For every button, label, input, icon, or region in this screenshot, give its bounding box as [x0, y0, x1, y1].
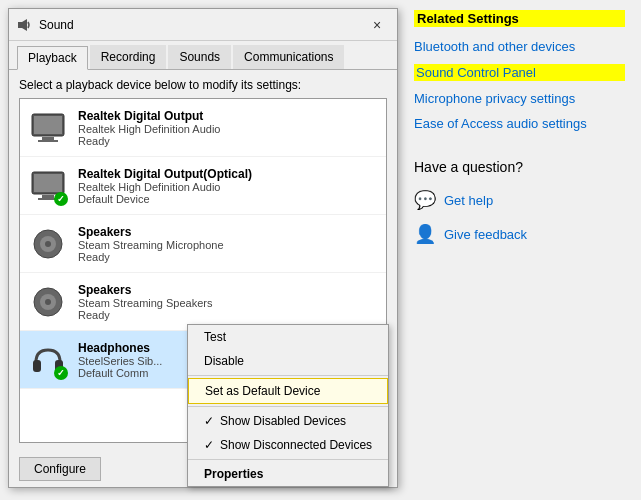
device-info-1: Realtek Digital Output Realtek High Defi… — [78, 109, 378, 147]
device-name-4: Speakers — [78, 283, 378, 297]
device-icon-headphones: ✓ — [28, 340, 68, 380]
device-item-1[interactable]: Realtek Digital Output Realtek High Defi… — [20, 99, 386, 157]
help-item-feedback[interactable]: 👤 Give feedback — [414, 223, 625, 245]
section-gap — [414, 141, 625, 151]
help-item-get-help[interactable]: 💬 Get help — [414, 189, 625, 211]
context-separator-2 — [188, 406, 388, 407]
title-bar: Sound × — [9, 9, 397, 41]
context-separator-1 — [188, 375, 388, 376]
context-disable[interactable]: Disable — [188, 349, 388, 373]
svg-rect-6 — [34, 174, 62, 192]
sound-dialog: Sound × Playback Recording Sounds Commun… — [8, 8, 398, 488]
svg-rect-4 — [38, 140, 58, 142]
svg-rect-2 — [34, 116, 62, 134]
sound-icon — [17, 17, 33, 33]
context-show-disabled[interactable]: ✓ Show Disabled Devices — [188, 409, 388, 433]
related-settings-title: Related Settings — [414, 10, 625, 27]
device-name-1: Realtek Digital Output — [78, 109, 378, 123]
tab-playback[interactable]: Playback — [17, 46, 88, 70]
context-test[interactable]: Test — [188, 325, 388, 349]
context-separator-3 — [188, 459, 388, 460]
svg-rect-3 — [42, 137, 54, 140]
context-set-default[interactable]: Set as Default Device — [188, 378, 388, 404]
link-bluetooth[interactable]: Bluetooth and other devices — [414, 39, 625, 54]
device-status-4: Ready — [78, 309, 378, 321]
headphones-default-icon: ✓ — [54, 366, 68, 380]
device-desc-4: Steam Streaming Speakers — [78, 297, 378, 309]
device-status-1: Ready — [78, 135, 378, 147]
device-item-4[interactable]: Speakers Steam Streaming Speakers Ready — [20, 273, 386, 331]
configure-button[interactable]: Configure — [19, 457, 101, 481]
context-show-disconnected[interactable]: ✓ Show Disconnected Devices — [188, 433, 388, 457]
device-info-3: Speakers Steam Streaming Microphone Read… — [78, 225, 378, 263]
device-status-3: Ready — [78, 251, 378, 263]
device-name-3: Speakers — [78, 225, 378, 239]
close-button[interactable]: × — [365, 13, 389, 37]
device-item-3[interactable]: Speakers Steam Streaming Microphone Read… — [20, 215, 386, 273]
svg-point-11 — [45, 241, 51, 247]
feedback-icon: 👤 — [414, 223, 436, 245]
device-icon-4 — [28, 282, 68, 322]
link-get-help[interactable]: Get help — [444, 193, 493, 208]
device-info-2: Realtek Digital Output(Optical) Realtek … — [78, 167, 378, 205]
tab-bar: Playback Recording Sounds Communications — [9, 41, 397, 70]
tab-communications[interactable]: Communications — [233, 45, 344, 69]
check-icon-disabled: ✓ — [204, 414, 220, 428]
context-properties[interactable]: Properties — [188, 462, 388, 486]
svg-point-14 — [45, 299, 51, 305]
device-status-2: Default Device — [78, 193, 378, 205]
link-ease-of-access[interactable]: Ease of Access audio settings — [414, 116, 625, 131]
device-name-2: Realtek Digital Output(Optical) — [78, 167, 378, 181]
device-desc-1: Realtek High Definition Audio — [78, 123, 378, 135]
default-check-icon: ✓ — [54, 192, 68, 206]
link-sound-control[interactable]: Sound Control Panel — [414, 64, 625, 81]
device-desc-2: Realtek High Definition Audio — [78, 181, 378, 193]
svg-rect-0 — [18, 22, 22, 28]
link-give-feedback[interactable]: Give feedback — [444, 227, 527, 242]
question-text: Have a question? — [414, 159, 625, 175]
device-item-2[interactable]: ✓ Realtek Digital Output(Optical) Realte… — [20, 157, 386, 215]
device-icon-1 — [28, 108, 68, 148]
get-help-icon: 💬 — [414, 189, 436, 211]
instruction-text: Select a playback device below to modify… — [19, 78, 387, 92]
tab-recording[interactable]: Recording — [90, 45, 167, 69]
svg-rect-7 — [42, 195, 54, 198]
device-desc-3: Steam Streaming Microphone — [78, 239, 378, 251]
right-panel: Related Settings Bluetooth and other dev… — [398, 0, 641, 500]
tab-sounds[interactable]: Sounds — [168, 45, 231, 69]
check-icon-disconnected: ✓ — [204, 438, 220, 452]
device-info-4: Speakers Steam Streaming Speakers Ready — [78, 283, 378, 321]
device-icon-3 — [28, 224, 68, 264]
svg-rect-15 — [33, 360, 41, 372]
dialog-title: Sound — [39, 18, 365, 32]
context-menu: Test Disable Set as Default Device ✓ Sho… — [187, 324, 389, 487]
device-icon-2: ✓ — [28, 166, 68, 206]
link-microphone-privacy[interactable]: Microphone privacy settings — [414, 91, 625, 106]
